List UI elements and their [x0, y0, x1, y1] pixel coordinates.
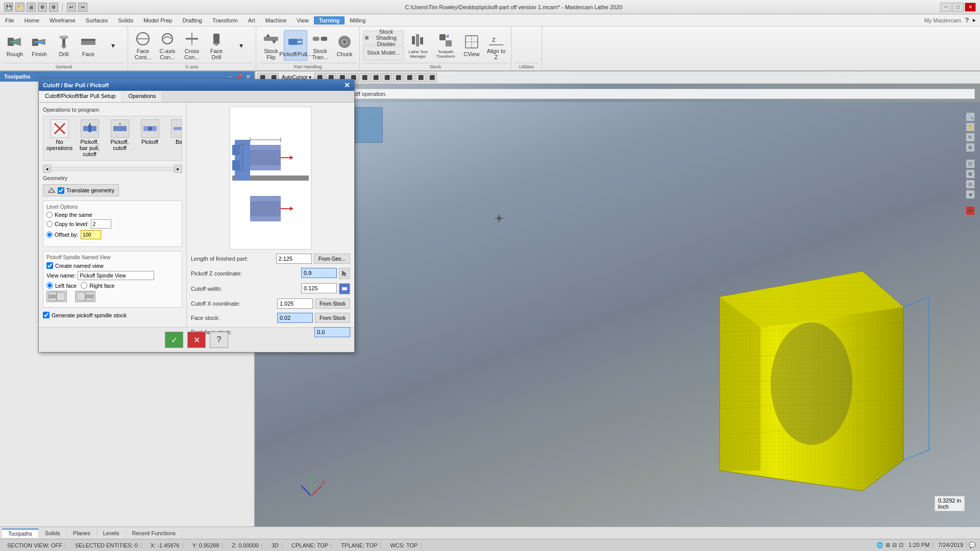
menu-transform[interactable]: Transform [207, 16, 243, 24]
maximize-btn[interactable]: □ [952, 3, 964, 12]
create-named-view-checkbox[interactable] [46, 262, 53, 269]
align-to-z-btn[interactable]: Z Align to Z [484, 30, 508, 61]
op-pickoff[interactable]: Pickoff [136, 118, 164, 158]
help-btn[interactable]: ? [210, 332, 228, 348]
vp-btn9[interactable]: ⬛ [404, 73, 414, 82]
op-bar[interactable]: Bar [166, 118, 182, 158]
tab-levels[interactable]: Levels [97, 529, 126, 537]
copy-level-input[interactable] [91, 219, 111, 229]
tab-solids[interactable]: Solids [39, 529, 67, 537]
quick-access-icon4[interactable]: ⚙ [38, 3, 47, 12]
pickoff-z-cursor-icon[interactable] [339, 268, 350, 279]
tab-planes[interactable]: Planes [67, 529, 97, 537]
stock-model-btn[interactable]: Stock Model... [363, 46, 404, 60]
quick-access-save[interactable]: 💾 [4, 3, 13, 12]
menu-wireframe[interactable]: Wireframe [44, 16, 81, 24]
status-icon2[interactable]: ⊞ [886, 542, 890, 548]
cutoff-width-input[interactable] [301, 283, 337, 293]
menu-modelprep[interactable]: Model Prep [138, 16, 177, 24]
scroll-right-btn[interactable]: ► [174, 165, 182, 173]
cutoff-width-icon[interactable] [339, 283, 350, 294]
help-icon[interactable]: ? [965, 16, 969, 24]
more-caxis-btn[interactable]: ▾ [229, 38, 253, 53]
viewport[interactable]: ⬛ ⬛ AutoCursor ▾ ⬛ ⬛ ⬛ ⬛ ⬛ ⬛ ⬛ ⬛ ⬛ ⬛ ⬛ p… [255, 71, 980, 527]
redo-btn[interactable]: ↪ [78, 3, 87, 12]
cross-con-btn[interactable]: Cross Con... [180, 30, 204, 61]
from-stock-btn1[interactable]: From Stock [315, 298, 350, 309]
toolpath-transform-btn[interactable]: Toolpath Transform [432, 30, 459, 61]
rough-btn[interactable]: Rough [3, 30, 27, 61]
op-pickoff-bar-cutoff[interactable]: Pickoff, bar pull, cutoff [76, 118, 104, 158]
nav-btn6[interactable]: ⊠ [966, 169, 975, 179]
right-face-radio[interactable] [81, 282, 87, 289]
quick-access-open[interactable]: 📂 [15, 3, 24, 12]
ok-btn[interactable]: ✓ [165, 332, 183, 348]
menu-turning[interactable]: Turning [314, 16, 345, 24]
caxis-con-btn[interactable]: C-axis Con... [156, 30, 179, 61]
keep-same-radio[interactable] [46, 212, 53, 218]
vp-btn6[interactable]: ⬛ [371, 73, 381, 82]
menu-machine[interactable]: Machine [260, 16, 292, 24]
menu-home[interactable]: Home [19, 16, 44, 24]
quick-access-icon3[interactable]: 🖨 [27, 3, 36, 12]
nav-zoom-btn[interactable]: 🔍 [966, 112, 975, 121]
vp-btn10[interactable]: ⬛ [415, 73, 426, 82]
more-general-btn[interactable]: ▾ [101, 38, 125, 53]
face-cont-btn[interactable]: Face Cont... [131, 30, 155, 61]
dialog-tab-setup[interactable]: Cutoff/Pickoff/Bar Pull Setup [39, 91, 122, 102]
vp-btn5[interactable]: ⬛ [359, 73, 370, 82]
left-face-radio[interactable] [46, 282, 53, 289]
status-icon4[interactable]: ⊡ [899, 542, 903, 548]
menu-file[interactable]: File [0, 16, 19, 24]
menu-art[interactable]: Art [243, 16, 260, 24]
tab-toolpaths[interactable]: Toolpaths [2, 529, 39, 538]
length-finished-input[interactable] [276, 254, 312, 264]
nav-pan-btn[interactable]: ✋ [966, 122, 975, 132]
cutoff-x-input[interactable] [277, 298, 313, 309]
cancel-btn[interactable]: ✕ [187, 332, 206, 348]
copy-level-radio[interactable] [46, 221, 53, 227]
minimize-btn[interactable]: ─ [940, 3, 951, 12]
back-face-stock-input[interactable] [314, 327, 350, 337]
face-drill-btn[interactable]: Face Drill [205, 30, 228, 61]
cview-btn[interactable]: CView [460, 30, 483, 61]
chuck-btn[interactable]: Chuck [333, 30, 356, 61]
nav-rotate-btn[interactable]: ↻ [966, 133, 975, 142]
offset-by-input[interactable] [81, 230, 101, 239]
generate-pickoff-checkbox[interactable] [43, 312, 50, 318]
op-no-ops[interactable]: No operations [45, 118, 74, 158]
tab-recent-functions[interactable]: Recent Functions [126, 529, 183, 537]
translate-geometry-btn[interactable]: Translate geometry [43, 184, 119, 196]
nav-btn5[interactable]: ⊡ [966, 159, 975, 168]
vp-btn8[interactable]: ⬛ [393, 73, 403, 82]
offset-by-radio[interactable] [46, 232, 53, 238]
menu-view[interactable]: View [291, 16, 314, 24]
taskbar-icon1[interactable]: 💬 [969, 542, 976, 548]
menu-milling[interactable]: Milling [345, 16, 371, 24]
from-geo-btn[interactable]: From Geo... [314, 254, 350, 264]
panel-minimize-icon[interactable]: ─ [228, 74, 232, 80]
dialog-close-btn[interactable]: ✕ [344, 81, 350, 89]
panel-pin-icon[interactable]: 📌 [236, 74, 242, 80]
from-stock-btn2[interactable]: From Stock [315, 313, 350, 323]
nav-btn7[interactable]: ◎ [966, 180, 975, 189]
lathe-tool-mgr-btn[interactable]: Lathe Tool Manager [405, 30, 431, 61]
scroll-track[interactable] [51, 167, 174, 171]
stock-shading-btn[interactable]: Stock Shading Display [363, 31, 404, 45]
drill-btn[interactable]: Drill [52, 30, 76, 61]
finish-btn[interactable]: Finish [28, 30, 51, 61]
stock-tran-btn[interactable]: Stock Tran... [308, 30, 332, 61]
status-icon1[interactable]: 🌐 [876, 542, 884, 548]
dialog-tab-operations[interactable]: Operations [122, 91, 162, 102]
view-name-input[interactable] [78, 271, 154, 280]
vp-btn11[interactable]: ⬛ [427, 73, 437, 82]
menu-drafting[interactable]: Drafting [177, 16, 207, 24]
panel-close-icon[interactable]: ✕ [246, 74, 250, 80]
face-stock-input[interactable] [277, 313, 313, 323]
vp-btn7[interactable]: ⬛ [382, 73, 392, 82]
translate-geo-checkbox[interactable] [58, 187, 64, 194]
pickoff-z-input[interactable] [301, 268, 337, 278]
menu-solids[interactable]: Solids [113, 16, 138, 24]
nav-btn8[interactable]: ◈ [966, 190, 975, 199]
face-btn[interactable]: Face [77, 30, 100, 61]
